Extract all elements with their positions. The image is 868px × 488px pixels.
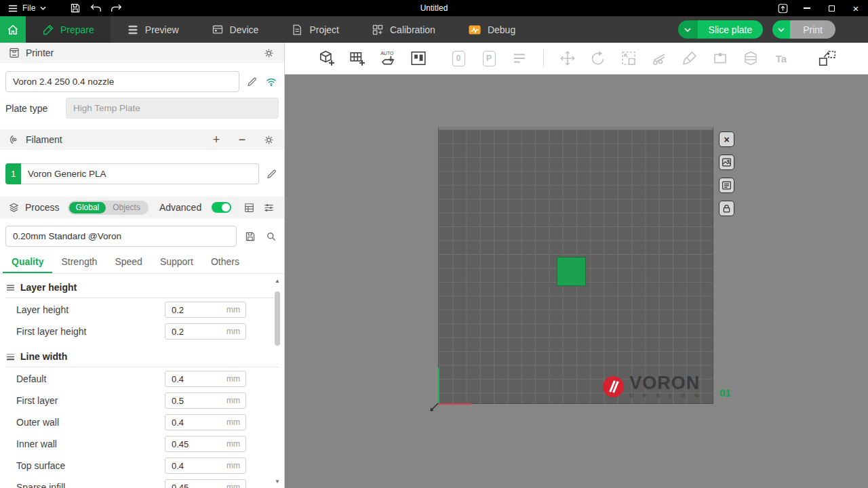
seam-paint-button[interactable] <box>708 47 732 70</box>
scroll-down-icon[interactable]: ▼ <box>275 479 280 485</box>
assembly-view-button[interactable] <box>815 47 840 70</box>
printer-preset-select[interactable]: Voron 2.4 250 0.4 nozzle <box>5 71 239 92</box>
scale-button[interactable] <box>616 47 641 70</box>
minimize-button[interactable] <box>795 0 819 16</box>
object-table-button[interactable] <box>243 200 257 215</box>
file-menu[interactable]: File <box>0 0 54 16</box>
slice-plate-split-button: Slice plate <box>678 20 764 39</box>
process-tab-strip: Quality Strength Speed Support Others <box>0 252 284 274</box>
viewport-3d[interactable]: AUTO 0 P <box>285 43 868 488</box>
filament-preset-value: Voron Generic PLA <box>28 169 106 179</box>
param-row: First layer mm <box>0 390 284 411</box>
add-object-button[interactable] <box>315 47 339 70</box>
tab-speed[interactable]: Speed <box>106 256 151 273</box>
build-plate[interactable]: VORON D E S I G N <box>438 127 713 404</box>
tab-debug[interactable]: Debug <box>452 16 532 43</box>
debug-icon <box>468 24 481 36</box>
tab-calibration[interactable]: Calibration <box>355 16 452 43</box>
chevron-down-icon <box>684 28 691 32</box>
process-section-header: Process Global Objects Advanced <box>0 197 284 218</box>
tab-quality[interactable]: Quality <box>3 256 52 273</box>
tab-preview[interactable]: Preview <box>111 16 195 43</box>
undo-button[interactable] <box>85 0 106 16</box>
split-parts-button[interactable]: P <box>477 47 501 70</box>
filament-preset-select[interactable]: Voron Generic PLA <box>21 163 259 184</box>
arrange-button[interactable] <box>406 47 431 70</box>
remove-filament-button[interactable]: − <box>235 133 249 146</box>
plate-settings-button[interactable] <box>719 155 734 170</box>
tab-label: Preview <box>145 24 179 35</box>
printer-section-title: Printer <box>26 47 54 58</box>
auto-orient-button[interactable]: AUTO <box>376 47 400 70</box>
tab-project[interactable]: Project <box>275 16 355 43</box>
tabbar-actions: Slice plate Print <box>678 16 868 43</box>
advanced-toggle[interactable] <box>212 202 231 213</box>
process-section-title: Process <box>25 202 60 213</box>
text-tool-button[interactable]: Ta <box>769 47 793 70</box>
split-objects-button[interactable]: 0 <box>446 47 471 70</box>
slice-plate-button[interactable]: Slice plate <box>698 20 764 39</box>
upload-button[interactable] <box>770 0 795 16</box>
scrollbar-track[interactable] <box>275 285 281 479</box>
lock-plate-button[interactable] <box>719 201 734 216</box>
tab-prepare[interactable]: Prepare <box>26 16 111 43</box>
voron-logo-subtitle: D E S I G N <box>629 393 703 399</box>
process-preset-select[interactable]: 0.20mm Standard @Voron <box>5 226 237 247</box>
save-preset-button[interactable] <box>243 229 258 244</box>
parameter-scrollbar[interactable]: ▲ ▼ <box>273 278 281 485</box>
slice-options-button[interactable] <box>678 20 698 39</box>
delete-plate-button[interactable]: × <box>719 131 734 147</box>
cut-button[interactable] <box>647 47 671 70</box>
toolbar-divider <box>543 49 544 67</box>
table-icon <box>243 202 255 214</box>
mesh-boolean-button[interactable] <box>738 47 763 70</box>
printer-edit-button[interactable] <box>244 75 259 89</box>
preview-icon <box>127 24 139 36</box>
settings-sliders-button[interactable] <box>262 200 276 215</box>
search-settings-button[interactable] <box>264 229 279 244</box>
titlebar: File Untitled × <box>0 0 868 16</box>
support-paint-button[interactable] <box>677 47 702 70</box>
maximize-button[interactable] <box>819 0 844 16</box>
sliders-icon <box>263 202 275 214</box>
process-layers-icon <box>8 201 20 214</box>
device-icon <box>212 24 224 36</box>
sidebar: Printer Voron 2.4 250 0.4 nozzle Plate t… <box>0 43 285 488</box>
param-label: Layer height <box>16 304 68 315</box>
project-icon <box>291 24 303 36</box>
scrollbar-thumb[interactable] <box>275 291 280 346</box>
plate-side-buttons: × <box>719 131 734 216</box>
printer-settings-button[interactable] <box>261 45 276 60</box>
home-button[interactable] <box>0 16 26 43</box>
layer-height-icon <box>5 283 16 293</box>
plate-name-button[interactable] <box>719 178 734 193</box>
printer-connection-button[interactable] <box>264 75 279 89</box>
close-icon: × <box>724 135 729 144</box>
add-plate-button[interactable] <box>345 47 370 70</box>
move-button[interactable] <box>555 47 580 70</box>
save-button[interactable] <box>65 0 85 16</box>
model-object[interactable] <box>557 257 586 286</box>
tab-strength[interactable]: Strength <box>52 256 106 273</box>
param-row: Top surface mm <box>0 455 284 476</box>
redo-icon <box>111 3 122 13</box>
close-button[interactable]: × <box>844 0 868 16</box>
maximize-icon <box>829 5 835 12</box>
layers-button[interactable] <box>507 47 532 70</box>
tab-device[interactable]: Device <box>195 16 275 43</box>
plate-type-select[interactable]: High Temp Plate <box>66 98 279 119</box>
tab-others[interactable]: Others <box>202 256 248 273</box>
scroll-up-icon[interactable]: ▲ <box>275 278 280 285</box>
filament-settings-button[interactable] <box>261 132 276 147</box>
tab-support[interactable]: Support <box>151 256 202 273</box>
scope-objects-button[interactable]: Objects <box>106 202 147 214</box>
add-filament-button[interactable]: + <box>210 133 223 146</box>
rotate-button[interactable] <box>586 47 610 70</box>
scale-icon <box>620 50 637 66</box>
prepare-icon <box>42 24 54 36</box>
filament-edit-button[interactable] <box>264 167 279 182</box>
print-options-button[interactable] <box>772 20 790 39</box>
redo-button[interactable] <box>106 0 126 16</box>
print-button[interactable]: Print <box>790 20 835 39</box>
scope-global-button[interactable]: Global <box>69 202 106 214</box>
